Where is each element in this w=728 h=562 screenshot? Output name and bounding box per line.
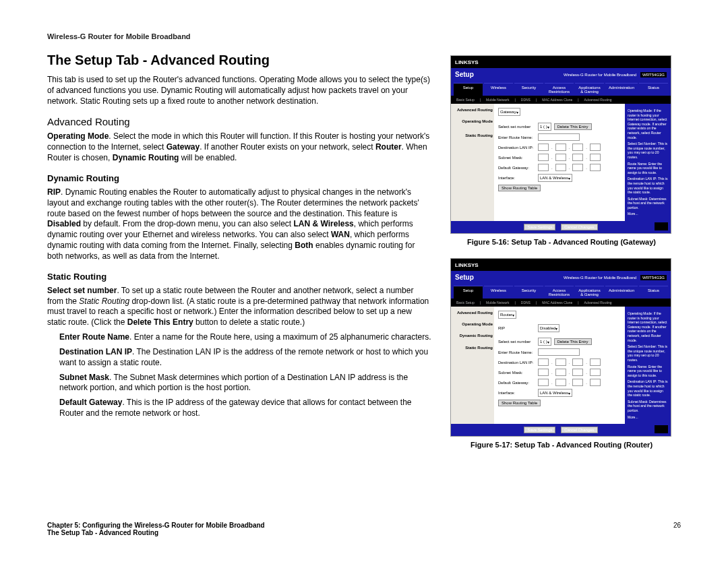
side-advanced-routing: Advanced Routing — [452, 108, 493, 113]
page-number: 26 — [673, 522, 681, 536]
route-name-input[interactable] — [538, 133, 580, 141]
save-settings-button[interactable]: Save Settings — [524, 224, 555, 230]
tab-admin[interactable]: Administration — [605, 286, 638, 299]
interface-select[interactable]: LAN & Wireless ▾ — [538, 174, 572, 182]
ip-octet[interactable] — [590, 144, 601, 151]
intro-paragraph: This tab is used to set up the Router's … — [47, 75, 431, 106]
delete-entry-button[interactable]: Delete This Entry — [554, 123, 592, 130]
figure-1-caption: Figure 5-16: Setup Tab - Advanced Routin… — [450, 238, 673, 246]
ip-octet[interactable] — [555, 144, 566, 151]
side-operating-mode: Operating Mode — [452, 322, 493, 327]
ip-octet[interactable] — [538, 369, 549, 376]
operating-mode-select[interactable]: Router ▾ — [498, 311, 516, 319]
ip-octet[interactable] — [572, 379, 583, 386]
tab-access[interactable]: Access Restrictions — [545, 286, 574, 299]
tab-access[interactable]: Access Restrictions — [545, 83, 574, 96]
subnet-mask-paragraph: Subnet Mask. The Subnet Mask determines … — [59, 373, 431, 394]
default-gateway-paragraph: Default Gateway. This is the IP address … — [59, 398, 431, 419]
tab-setup[interactable]: Setup — [454, 83, 483, 96]
subtab-mobile[interactable]: Mobile Network — [486, 301, 509, 305]
ip-octet[interactable] — [590, 369, 601, 376]
ip-octet[interactable] — [590, 379, 601, 386]
set-number-select[interactable]: 1 ( ) ▾ — [538, 338, 551, 346]
subtab-mac[interactable]: MAC Address Clone — [542, 98, 572, 102]
delete-entry-button[interactable]: Delete This Entry — [554, 338, 592, 345]
sub-tabs: Basic Setup| Mobile Network| DDNS| MAC A… — [451, 299, 671, 307]
nav-setup-title: Setup — [455, 71, 474, 78]
subtab-ddns[interactable]: DDNS — [521, 98, 530, 102]
ip-octet[interactable] — [572, 154, 583, 161]
ip-octet[interactable] — [555, 358, 566, 366]
main-text-column: The Setup Tab - Advanced Routing This ta… — [47, 53, 431, 461]
save-settings-button[interactable]: Save Settings — [524, 427, 555, 433]
tab-security[interactable]: Security — [514, 83, 543, 96]
interface-select[interactable]: LAN & Wireless ▾ — [538, 389, 572, 397]
tab-wireless[interactable]: Wireless — [484, 83, 513, 96]
help-text: Operating Mode: If the router is hosting… — [628, 311, 668, 342]
subtab-mac[interactable]: MAC Address Clone — [542, 301, 572, 305]
page-title: The Setup Tab - Advanced Routing — [47, 53, 431, 68]
page-footer: Chapter 5: Configuring the Wireless-G Ro… — [47, 522, 681, 536]
tab-setup[interactable]: Setup — [454, 286, 483, 299]
ip-octet[interactable] — [572, 369, 583, 376]
ip-octet[interactable] — [572, 164, 583, 171]
ip-octet[interactable] — [555, 369, 566, 376]
brand-logo: LINKSYS — [455, 59, 479, 65]
select-set-number-paragraph: Select set number. To set up a static ro… — [47, 286, 431, 328]
tab-status[interactable]: Status — [639, 83, 668, 96]
ip-octet[interactable] — [538, 358, 549, 366]
ip-octet[interactable] — [572, 358, 583, 366]
set-number-select[interactable]: 1 ( ) ▾ — [538, 123, 551, 131]
subtab-basic[interactable]: Basic Setup — [456, 98, 475, 102]
rip-select[interactable]: Disabled ▾ — [538, 324, 559, 332]
show-routing-table-button[interactable]: Show Routing Table — [498, 400, 541, 406]
tab-wireless[interactable]: Wireless — [484, 286, 513, 299]
ip-octet[interactable] — [538, 144, 549, 151]
operating-mode-select[interactable]: Gateway ▾ — [498, 108, 520, 116]
help-text: Subnet Mask: Determines the host and the… — [628, 400, 668, 413]
help-text: Route Name: Enter the name you would lik… — [628, 162, 668, 175]
show-routing-table-button[interactable]: Show Routing Table — [498, 185, 541, 191]
ip-octet[interactable] — [555, 379, 566, 386]
help-text: Destination LAN IP: This is the remote h… — [628, 379, 668, 397]
destination-lan-ip-paragraph: Destination LAN IP. The Destination LAN … — [59, 347, 431, 369]
tab-status[interactable]: Status — [639, 286, 668, 299]
help-more-link[interactable]: More... — [628, 212, 668, 216]
figure-gateway-screenshot: LINKSYS Setup Wireless-G Router for Mobi… — [450, 55, 671, 234]
ip-octet[interactable] — [538, 164, 549, 171]
footer-section: The Setup Tab - Advanced Routing — [47, 529, 265, 536]
side-static-routing: Static Routing — [452, 133, 493, 138]
cancel-changes-button[interactable]: Cancel Changes — [561, 224, 597, 230]
subtab-advrouting[interactable]: Advanced Routing — [584, 301, 612, 305]
dynamic-routing-paragraph: RIP. Dynamic Routing enables the Router … — [47, 187, 431, 262]
doc-header: Wireless-G Router for Mobile Broadband — [47, 32, 681, 40]
help-more-link[interactable]: More... — [628, 415, 668, 420]
ip-octet[interactable] — [538, 379, 549, 386]
cisco-logo — [655, 222, 668, 230]
enter-route-name-paragraph: Enter Route Name. Enter a name for the R… — [59, 332, 431, 343]
ip-octet[interactable] — [555, 164, 566, 171]
ip-octet[interactable] — [590, 164, 601, 171]
tab-security[interactable]: Security — [514, 286, 543, 299]
ip-octet[interactable] — [590, 358, 601, 366]
tab-apps[interactable]: Applications & Gaming — [575, 286, 604, 299]
help-text: Select Set Number: This is the unique ro… — [628, 344, 668, 362]
main-tabs: Setup Wireless Security Access Restricti… — [451, 81, 671, 96]
ip-octet[interactable] — [590, 154, 601, 161]
side-operating-mode: Operating Mode — [452, 119, 493, 124]
tab-admin[interactable]: Administration — [605, 83, 638, 96]
tab-apps[interactable]: Applications & Gaming — [575, 83, 604, 96]
ip-octet[interactable] — [572, 144, 583, 151]
ip-octet[interactable] — [555, 154, 566, 161]
subtab-advrouting[interactable]: Advanced Routing — [584, 98, 612, 102]
cisco-logo — [655, 425, 668, 433]
route-name-input[interactable] — [538, 348, 580, 356]
subtab-basic[interactable]: Basic Setup — [456, 301, 475, 305]
figure-router-screenshot: LINKSYS Setup Wireless-G Router for Mobi… — [450, 258, 671, 437]
subtab-ddns[interactable]: DDNS — [521, 301, 530, 305]
subtab-mobile[interactable]: Mobile Network — [486, 98, 509, 102]
ip-octet[interactable] — [538, 154, 549, 161]
cancel-changes-button[interactable]: Cancel Changes — [561, 427, 597, 433]
help-text: Destination LAN IP: This is the remote h… — [628, 177, 668, 194]
help-text: Subnet Mask: Determines the host and the… — [628, 197, 668, 210]
